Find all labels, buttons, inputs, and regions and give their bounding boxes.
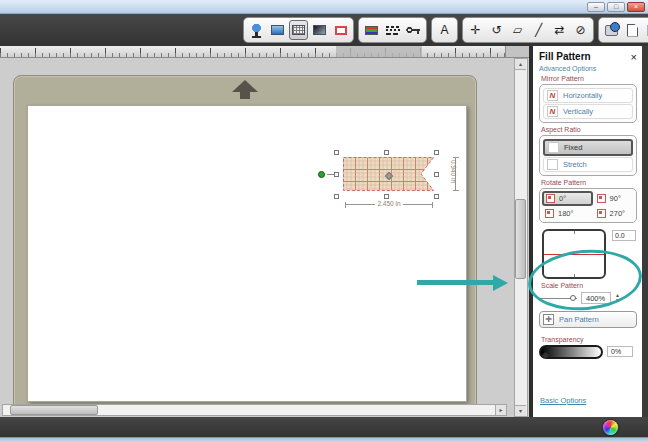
color-wheel-icon[interactable] [603, 420, 618, 435]
transparency-slider-thumb[interactable] [542, 352, 549, 359]
line-color-icon[interactable] [362, 20, 381, 40]
page-glyph [627, 24, 638, 37]
rotation-preview-box[interactable] [542, 229, 606, 279]
shear-icon[interactable]: ▱ [508, 20, 527, 40]
advanced-options-label: Advanced Options [539, 65, 637, 72]
page-corner-icon[interactable] [623, 20, 642, 40]
title-bar: – □ × [0, 0, 648, 14]
selection-handle[interactable] [434, 194, 439, 199]
vertical-scrollbar[interactable]: ▴ ▾ [514, 58, 528, 417]
ruler-ticks [0, 46, 530, 57]
maximize-button[interactable]: □ [607, 2, 625, 12]
fill-gradient-icon[interactable] [310, 20, 329, 40]
clock-glyph [605, 25, 618, 36]
fill-pattern-swatch [292, 25, 305, 35]
rotate-90-icon [597, 194, 606, 203]
angle-value-field[interactable]: 0.0 [612, 230, 636, 241]
aspect-ratio-label: Aspect Ratio [541, 126, 637, 133]
scale-value-field[interactable]: 400% [581, 292, 611, 304]
pin-icon[interactable] [247, 20, 266, 40]
fill-pattern-icon[interactable] [289, 20, 308, 40]
aspect-fixed-button[interactable]: Fixed [543, 139, 633, 156]
fill-color-icon[interactable] [268, 20, 287, 40]
rotate-270-label: 270° [610, 209, 626, 218]
close-button[interactable]: × [627, 2, 645, 12]
horizontal-scrollbar[interactable]: ▸ [2, 404, 507, 416]
scale-slider-thumb[interactable] [570, 295, 576, 301]
mirror-vertically-label: Vertically [563, 107, 593, 116]
transparency-row: 0% [539, 345, 637, 359]
transparency-slider[interactable] [539, 345, 603, 359]
rotate-180-button[interactable]: 180° [542, 207, 593, 220]
line-weight-icon[interactable] [404, 20, 423, 40]
rotate-0-icon [546, 194, 555, 203]
move-icon[interactable]: ✛ [466, 20, 485, 40]
mirror-horizontally-button[interactable]: N Horizontally [543, 88, 633, 103]
rotate-270-icon [597, 209, 606, 218]
aspect-ratio-group: Fixed Stretch [539, 135, 637, 176]
mirror-vertically-button[interactable]: N Vertically [543, 104, 633, 119]
minimize-button[interactable]: – [587, 2, 605, 12]
scale-pattern-label: Scale Pattern [541, 282, 637, 289]
selection-handle[interactable] [384, 194, 389, 199]
aspect-stretch-button[interactable]: Stretch [543, 157, 633, 172]
basic-options-link[interactable]: Basic Options [540, 396, 586, 405]
key-glyph [406, 25, 421, 35]
selection-handle[interactable] [434, 172, 439, 177]
vertical-scrollbar-thumb[interactable] [515, 199, 526, 279]
ruler-corner [505, 46, 530, 57]
no-fill-swatch [335, 26, 347, 35]
pan-pattern-button[interactable]: ✛ Pan Pattern [539, 311, 637, 328]
transparency-value-field[interactable]: 0% [607, 346, 633, 357]
scale-slider[interactable] [539, 294, 577, 303]
no-transform-icon[interactable]: ⊘ [571, 20, 590, 40]
mat-direction-arrow-icon [232, 80, 258, 92]
selection-handle[interactable] [434, 150, 439, 155]
clock-badge-icon[interactable] [602, 20, 621, 40]
rotate-icon[interactable]: ↺ [487, 20, 506, 40]
rotate-270-button[interactable]: 270° [594, 207, 635, 220]
spacing-icon[interactable]: ⇄ [550, 20, 569, 40]
aspect-stretch-label: Stretch [563, 160, 587, 169]
no-fill-icon[interactable] [331, 20, 350, 40]
rotation-handle[interactable] [318, 171, 325, 178]
panel-close-icon[interactable]: × [631, 52, 637, 62]
selection-handle[interactable] [334, 194, 339, 199]
rotation-preview-row: 0.0 [539, 229, 637, 279]
mirror-pattern-group: N Horizontally N Vertically [539, 84, 637, 123]
window-controls: – □ × [587, 2, 645, 12]
rotate-180-label: 180° [558, 209, 574, 218]
transparency-label: Transparency [541, 336, 637, 343]
line-style-swatch [386, 25, 400, 35]
scroll-up-icon[interactable]: ▴ [515, 59, 526, 70]
aspect-fixed-icon [548, 142, 559, 153]
panel-header: Fill Pattern × [539, 51, 637, 62]
pan-pattern-label: Pan Pattern [559, 315, 599, 324]
text-style-icon[interactable]: A [435, 20, 454, 40]
horizontal-scrollbar-thumb[interactable] [10, 405, 98, 415]
fill-pattern-panel: Fill Pattern × Advanced Options Mirror P… [533, 46, 645, 417]
status-bar [0, 417, 648, 437]
scroll-down-icon[interactable]: ▾ [515, 405, 526, 416]
scale-steppers: ▲ ▼ [615, 293, 620, 303]
toolbar-groups: A ✛ ↺ ▱ ╱ ⇄ ⊘ ✎ [243, 17, 648, 43]
image-frame-icon[interactable] [644, 20, 648, 40]
pin-glyph [250, 23, 263, 38]
selection-handle[interactable] [384, 150, 389, 155]
aspect-fixed-label: Fixed [564, 143, 582, 152]
object-tool-group [598, 17, 648, 43]
canvas-area: 2.450 in 0.940 in ▸ ▴ ▾ [0, 58, 530, 417]
line-tool-group [358, 17, 427, 43]
draw-line-icon[interactable]: ╱ [529, 20, 548, 40]
rotate-90-button[interactable]: 90° [594, 191, 635, 206]
fill-tool-group [243, 17, 354, 43]
line-color-swatch [365, 26, 378, 35]
height-dimension-label: 0.940 in [450, 160, 457, 183]
rotate-0-button[interactable]: 0° [542, 191, 593, 206]
scale-step-down-icon[interactable]: ▼ [615, 298, 620, 303]
rotate-180-icon [545, 209, 554, 218]
line-style-icon[interactable] [383, 20, 402, 40]
selection-handle[interactable] [334, 150, 339, 155]
rotate-90-label: 90° [610, 194, 621, 203]
scroll-right-icon[interactable]: ▸ [495, 405, 506, 415]
